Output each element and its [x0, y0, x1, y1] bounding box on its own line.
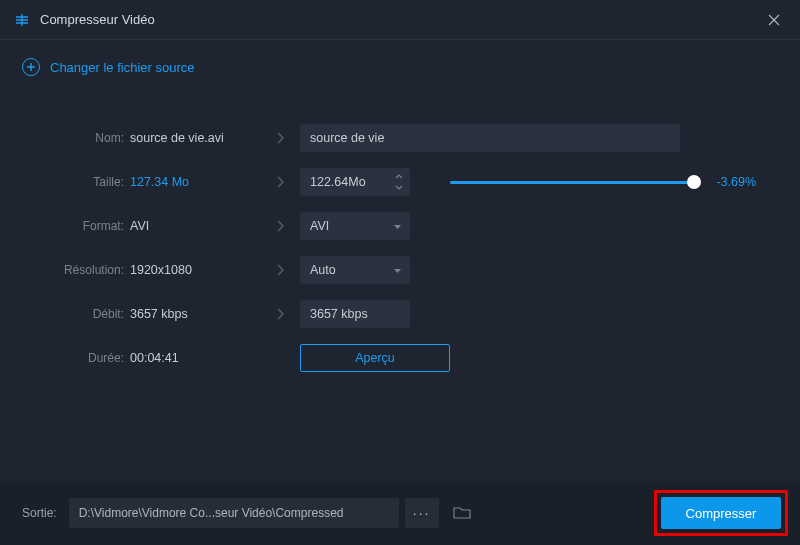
row-resolution: Résolution: 1920x1080 Auto — [30, 248, 770, 292]
resolution-select-value: Auto — [310, 263, 393, 277]
debit-label: Débit: — [30, 307, 130, 321]
taille-spinner[interactable]: 122.64Mo — [300, 168, 410, 196]
chevron-right-icon — [260, 308, 300, 320]
format-value: AVI — [130, 219, 260, 233]
row-duree: Durée: 00:04:41 Aperçu — [30, 336, 770, 380]
nom-label: Nom: — [30, 131, 130, 145]
debit-input[interactable] — [300, 300, 410, 328]
chevron-right-icon — [260, 176, 300, 188]
format-select[interactable]: AVI — [300, 212, 410, 240]
slider-thumb[interactable] — [687, 175, 701, 189]
open-folder-button[interactable] — [445, 498, 479, 528]
chevron-right-icon — [260, 132, 300, 144]
output-path: D:\Vidmore\Vidmore Co...seur Vidéo\Compr… — [69, 498, 399, 528]
compress-highlight: Compresser — [654, 490, 788, 536]
settings-form: Nom: source de vie.avi Taille: 127.34 Mo… — [0, 86, 800, 380]
chevron-down-icon — [393, 263, 402, 277]
change-source-label: Changer le fichier source — [50, 60, 195, 75]
preview-button[interactable]: Aperçu — [300, 344, 450, 372]
nom-value: source de vie.avi — [130, 131, 260, 145]
stepper-arrows — [392, 172, 406, 193]
app-window: Compresseur Vidéo Changer le fichier sou… — [0, 0, 800, 545]
window-title: Compresseur Vidéo — [40, 12, 762, 27]
taille-label: Taille: — [30, 175, 130, 189]
chevron-right-icon — [260, 264, 300, 276]
taille-spinner-value: 122.64Mo — [310, 175, 392, 189]
resolution-value: 1920x1080 — [130, 263, 260, 277]
duree-label: Durée: — [30, 351, 130, 365]
format-label: Format: — [30, 219, 130, 233]
taille-value: 127.34 Mo — [130, 175, 260, 189]
row-nom: Nom: source de vie.avi — [30, 116, 770, 160]
close-button[interactable] — [762, 8, 786, 32]
stepper-down[interactable] — [392, 183, 406, 193]
size-slider[interactable] — [450, 181, 694, 184]
duree-value: 00:04:41 — [130, 351, 260, 365]
app-icon — [14, 12, 30, 28]
chevron-right-icon — [260, 220, 300, 232]
compress-button[interactable]: Compresser — [661, 497, 781, 529]
row-format: Format: AVI AVI — [30, 204, 770, 248]
size-slider-wrap: -3.69% — [410, 175, 770, 189]
row-debit: Débit: 3657 kbps — [30, 292, 770, 336]
row-taille: Taille: 127.34 Mo 122.64Mo -3.69% — [30, 160, 770, 204]
chevron-down-icon — [393, 219, 402, 233]
stepper-up[interactable] — [392, 172, 406, 182]
browse-button[interactable]: ··· — [405, 498, 439, 528]
resolution-select[interactable]: Auto — [300, 256, 410, 284]
debit-value: 3657 kbps — [130, 307, 260, 321]
output-label: Sortie: — [22, 506, 57, 520]
plus-icon — [22, 58, 40, 76]
titlebar: Compresseur Vidéo — [0, 0, 800, 40]
format-select-value: AVI — [310, 219, 393, 233]
size-percent: -3.69% — [708, 175, 756, 189]
nom-input[interactable] — [300, 124, 680, 152]
footer: Sortie: D:\Vidmore\Vidmore Co...seur Vid… — [0, 481, 800, 545]
change-source-button[interactable]: Changer le fichier source — [0, 40, 800, 86]
resolution-label: Résolution: — [30, 263, 130, 277]
